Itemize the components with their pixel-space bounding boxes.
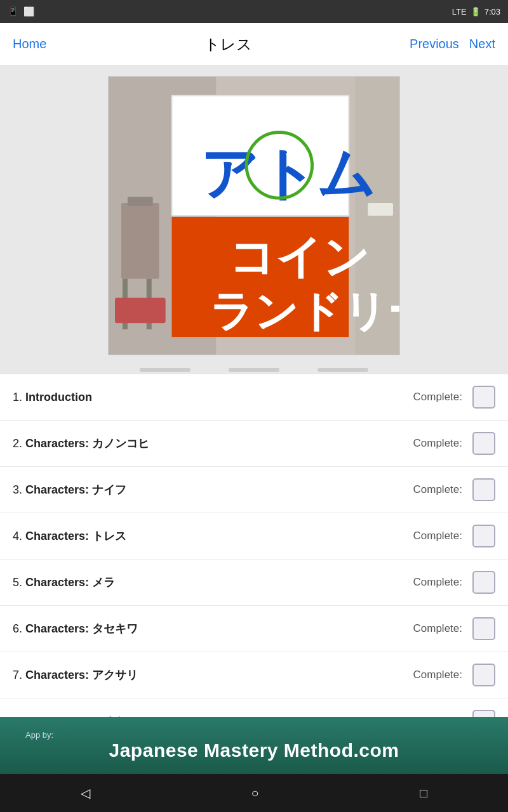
signal-indicator: LTE [452, 7, 467, 16]
scroll-dot-1 [140, 368, 190, 372]
list-item-right: Complete: [413, 664, 495, 686]
lesson-label: 6. Characters: タセキワ [13, 621, 138, 636]
list-item: 1. Introduction Complete: [0, 374, 508, 421]
svg-text:ランドリー: ランドリー [210, 287, 399, 335]
status-bar-right: LTE 🔋 7:03 [452, 7, 500, 16]
app-by-label: App by: [25, 730, 53, 740]
nav-bar: Home トレス Previous Next [0, 23, 508, 66]
complete-label: Complete: [413, 576, 462, 589]
list-item: 8. Characters: ロオケ Complete: [0, 698, 508, 717]
complete-label: Complete: [413, 530, 462, 542]
lesson-label: 5. Characters: メラ [13, 575, 115, 590]
list-item: 6. Characters: タセキワ Complete: [0, 606, 508, 652]
complete-checkbox[interactable] [472, 571, 495, 594]
complete-label: Complete: [413, 483, 462, 496]
page-title: トレス [204, 34, 252, 55]
footer-banner: App by: Japanese Mastery Method.com [0, 717, 508, 774]
list-item: 2. Characters: カノンコヒ Complete: [0, 421, 508, 467]
list-item-right: Complete: [413, 710, 495, 717]
complete-checkbox[interactable] [472, 617, 495, 640]
lesson-image: アトム コイン ランドリー [108, 76, 400, 355]
complete-checkbox[interactable] [472, 432, 495, 455]
recent-button[interactable]: □ [407, 781, 440, 806]
previous-button[interactable]: Previous [410, 37, 459, 51]
scroll-dot-2 [229, 368, 279, 372]
list-item: 7. Characters: アクサリ Complete: [0, 652, 508, 698]
home-button[interactable]: Home [13, 37, 46, 51]
home-nav-button[interactable]: ○ [238, 781, 271, 806]
list-item-right: Complete: [413, 432, 495, 455]
scroll-dot-3 [318, 368, 368, 372]
complete-label: Complete: [413, 669, 462, 681]
svg-text:コイン: コイン [229, 232, 370, 282]
svg-rect-3 [128, 197, 153, 206]
footer-title: Japanese Mastery Method.com [109, 740, 399, 761]
list-item: 3. Characters: ナイフ Complete: [0, 467, 508, 513]
lesson-label: 4. Characters: トレス [13, 528, 126, 544]
list-item: 5. Characters: メラ Complete: [0, 560, 508, 606]
complete-checkbox[interactable] [472, 664, 495, 686]
svg-rect-2 [121, 203, 159, 278]
complete-label: Complete: [413, 391, 462, 403]
next-button[interactable]: Next [469, 37, 495, 51]
lesson-label: 3. Characters: ナイフ [13, 482, 126, 497]
list-item-right: Complete: [413, 617, 495, 640]
complete-checkbox[interactable] [472, 710, 495, 717]
scroll-indicator [0, 365, 508, 374]
complete-label: Complete: [413, 622, 462, 635]
lesson-list: 1. Introduction Complete: 2. Characters:… [0, 374, 508, 717]
back-button[interactable]: ◁ [68, 780, 103, 806]
svg-rect-6 [115, 298, 166, 323]
status-bar: 📱 ⬜ LTE 🔋 7:03 [0, 0, 508, 23]
phone-icon: 📱 [8, 6, 18, 16]
image-area: アトム コイン ランドリー [0, 66, 508, 365]
list-item-right: Complete: [413, 386, 495, 409]
nav-actions: Previous Next [410, 37, 495, 51]
complete-label: Complete: [413, 437, 462, 450]
list-item-right: Complete: [413, 571, 495, 594]
list-item-right: Complete: [413, 525, 495, 547]
list-item-right: Complete: [413, 478, 495, 501]
time-display: 7:03 [485, 7, 500, 16]
complete-checkbox[interactable] [472, 386, 495, 409]
complete-checkbox[interactable] [472, 478, 495, 501]
lesson-label: 1. Introduction [13, 391, 92, 404]
complete-checkbox[interactable] [472, 525, 495, 547]
status-bar-left: 📱 ⬜ [8, 6, 34, 16]
wifi-icon: ⬜ [23, 6, 34, 16]
battery-icon: 🔋 [471, 7, 481, 16]
android-nav-bar: ◁ ○ □ [0, 774, 508, 812]
lesson-label: 7. Characters: アクサリ [13, 667, 138, 683]
lesson-label: 2. Characters: カノンコヒ [13, 436, 149, 451]
list-item: 4. Characters: トレス Complete: [0, 513, 508, 560]
